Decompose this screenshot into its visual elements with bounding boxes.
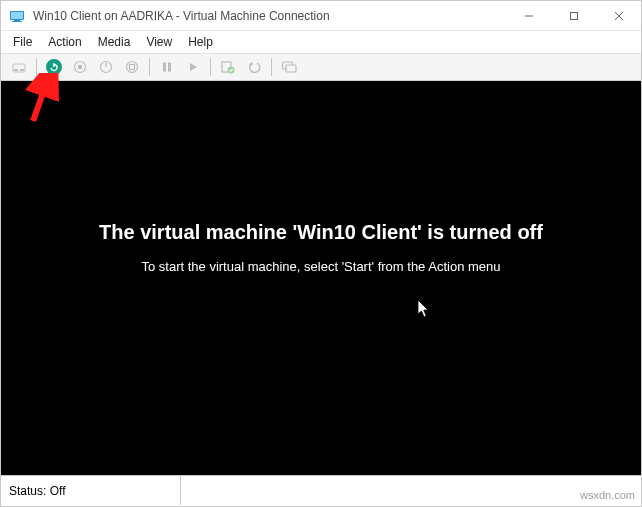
menu-bar: File Action Media View Help [1, 31, 641, 53]
toolbar-separator [149, 58, 150, 76]
vm-off-message: The virtual machine 'Win10 Client' is tu… [1, 221, 641, 244]
minimize-button[interactable] [506, 1, 551, 31]
title-bar: Win10 Client on AADRIKA - Virtual Machin… [1, 1, 641, 31]
svg-rect-26 [286, 65, 296, 72]
shut-down-button [94, 55, 118, 79]
svg-rect-5 [570, 12, 577, 19]
ctrl-alt-del-button [7, 55, 31, 79]
svg-rect-1 [11, 12, 23, 19]
app-icon [9, 8, 25, 24]
revert-button [242, 55, 266, 79]
svg-rect-19 [163, 63, 166, 72]
maximize-button[interactable] [551, 1, 596, 31]
menu-view[interactable]: View [138, 32, 180, 52]
checkpoint-button [216, 55, 240, 79]
svg-rect-18 [130, 65, 135, 70]
pause-button [155, 55, 179, 79]
turn-off-button [68, 55, 92, 79]
svg-marker-21 [190, 63, 197, 71]
vm-off-sub-message: To start the virtual machine, select 'St… [1, 259, 641, 274]
toolbar-separator [36, 58, 37, 76]
svg-rect-14 [78, 65, 82, 69]
status-label: Status: Off [1, 476, 181, 505]
enhanced-session-button [277, 55, 301, 79]
menu-file[interactable]: File [5, 32, 40, 52]
svg-rect-9 [14, 69, 18, 71]
close-button[interactable] [596, 1, 641, 31]
menu-action[interactable]: Action [40, 32, 89, 52]
svg-point-23 [228, 67, 235, 74]
toolbar-separator [271, 58, 272, 76]
save-button [120, 55, 144, 79]
vm-viewport: The virtual machine 'Win10 Client' is tu… [1, 81, 641, 475]
watermark: wsxdn.com [580, 489, 635, 501]
status-spacer [181, 476, 641, 505]
svg-rect-20 [168, 63, 171, 72]
toolbar [1, 53, 641, 81]
toolbar-separator [210, 58, 211, 76]
svg-rect-10 [20, 69, 24, 71]
power-icon [46, 59, 62, 75]
svg-point-17 [127, 62, 138, 73]
menu-help[interactable]: Help [180, 32, 221, 52]
reset-button [181, 55, 205, 79]
window-title: Win10 Client on AADRIKA - Virtual Machin… [33, 8, 506, 23]
svg-rect-3 [12, 21, 22, 22]
svg-marker-29 [418, 300, 428, 317]
menu-media[interactable]: Media [90, 32, 139, 52]
cursor-icon [417, 299, 431, 322]
status-bar: Status: Off [1, 475, 641, 505]
start-button[interactable] [42, 55, 66, 79]
